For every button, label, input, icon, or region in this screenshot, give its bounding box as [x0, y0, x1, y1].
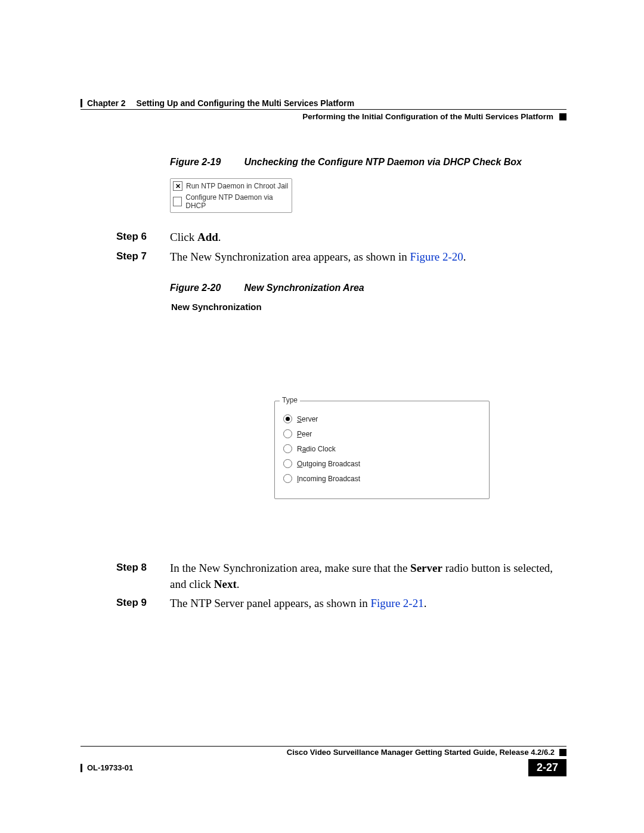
- footer-guide-line: Cisco Video Surveillance Manager Getting…: [80, 746, 566, 757]
- step-9-pre: The NTP Server panel appears, as shown i…: [170, 597, 370, 609]
- step-7-label: Step 7: [116, 249, 170, 265]
- step-8-label: Step 8: [116, 561, 170, 592]
- chapter-label: Chapter 2: [87, 98, 126, 108]
- step-8-post: .: [237, 578, 240, 590]
- step-7-pre: The New Synchronization area appears, as…: [170, 250, 410, 263]
- step-6-bold: Add: [197, 231, 218, 243]
- radio-incoming[interactable]: [283, 474, 292, 483]
- checkbox-chroot[interactable]: [173, 181, 182, 191]
- radio-outgoing-text: utgoing Broadcast: [302, 460, 360, 468]
- step-9-body: The NTP Server panel appears, as shown i…: [170, 596, 566, 612]
- page-number: 2-27: [528, 759, 566, 776]
- radio-peer-row[interactable]: Peer: [283, 429, 483, 438]
- section-marker-icon: [559, 113, 566, 120]
- guide-title: Cisco Video Surveillance Manager Getting…: [287, 748, 555, 757]
- figure-19-panel: Run NTP Daemon in Chroot Jail Configure …: [170, 178, 292, 213]
- radio-radio-clock[interactable]: [283, 444, 292, 453]
- radio-outgoing[interactable]: [283, 459, 292, 468]
- step-8-bold1: Server: [410, 562, 442, 574]
- radio-outgoing-row[interactable]: Outgoing Broadcast: [283, 459, 483, 468]
- step-6-body: Click Add.: [170, 230, 566, 246]
- rc-post: dio Clock: [306, 445, 335, 453]
- figure-21-link[interactable]: Figure 2-21: [370, 597, 423, 609]
- radio-outgoing-label: Outgoing Broadcast: [297, 460, 360, 468]
- rc-pre: R: [297, 445, 302, 453]
- radio-peer-label: Peer: [297, 430, 312, 438]
- chapter-title: Setting Up and Configuring the Multi Ser…: [137, 98, 355, 108]
- step-9: Step 9 The NTP Server panel appears, as …: [116, 596, 566, 612]
- section-title: Performing the Initial Configuration of …: [302, 112, 553, 121]
- checkbox-row-dhcp[interactable]: Configure NTP Daemon via DHCP: [173, 192, 289, 211]
- figure-20-panel: New Synchronization Type Server Peer Rad…: [170, 299, 483, 550]
- radio-server-label: Server: [297, 415, 318, 423]
- step-8-body: In the New Synchronization area, make su…: [170, 561, 566, 592]
- radio-server-text: erver: [302, 415, 318, 423]
- step-8-bold2: Next: [214, 578, 237, 590]
- step-6: Step 6 Click Add.: [116, 230, 566, 246]
- figure-19-title: Unchecking the Configure NTP Daemon via …: [244, 157, 522, 167]
- step-9-post: .: [424, 597, 427, 609]
- figure-20-caption: Figure 2-20 New Synchronization Area: [170, 283, 566, 293]
- footer-marker-icon: [559, 749, 566, 756]
- radio-server[interactable]: [283, 414, 292, 423]
- figure-20-title: New Synchronization Area: [244, 283, 364, 293]
- figure-20-link[interactable]: Figure 2-20: [410, 250, 463, 263]
- checkbox-chroot-label: Run NTP Daemon in Chroot Jail: [186, 182, 288, 190]
- radio-incoming-text: ncoming Broadcast: [299, 475, 360, 483]
- radio-server-row[interactable]: Server: [283, 414, 483, 423]
- step-7: Step 7 The New Synchronization area appe…: [116, 249, 566, 265]
- step-7-body: The New Synchronization area appears, as…: [170, 249, 566, 265]
- figure-19-number: Figure 2-19: [170, 157, 242, 168]
- checkbox-row-chroot[interactable]: Run NTP Daemon in Chroot Jail: [173, 180, 289, 192]
- doc-id: OL-19733-01: [87, 763, 133, 772]
- section-header: Performing the Initial Configuration of …: [80, 112, 566, 121]
- step-8: Step 8 In the New Synchronization area, …: [116, 561, 566, 592]
- step-6-pre: Click: [170, 231, 197, 243]
- chapter-header: Chapter 2 Setting Up and Configuring the…: [80, 98, 566, 110]
- radio-peer[interactable]: [283, 429, 292, 438]
- figure-19-caption: Figure 2-19 Unchecking the Configure NTP…: [170, 157, 566, 168]
- header-bar-icon: [80, 99, 82, 107]
- step-6-post: .: [218, 231, 221, 243]
- footer-bar-icon: [80, 764, 82, 772]
- radio-radio-clock-row[interactable]: Radio Clock: [283, 444, 483, 453]
- new-sync-title: New Synchronization: [170, 299, 483, 318]
- figure-20-number: Figure 2-20: [170, 283, 242, 293]
- checkbox-dhcp-label: Configure NTP Daemon via DHCP: [185, 193, 289, 210]
- step-7-post: .: [463, 250, 466, 263]
- radio-peer-text: eer: [302, 430, 312, 438]
- radio-incoming-label: Incoming Broadcast: [297, 475, 360, 483]
- radio-radio-clock-label: Radio Clock: [297, 445, 336, 453]
- step-8-pre: In the New Synchronization area, make su…: [170, 562, 410, 574]
- type-group: Type Server Peer Radio Clock Outgoing Br…: [274, 401, 490, 499]
- page-footer: Cisco Video Surveillance Manager Getting…: [80, 746, 566, 776]
- radio-incoming-row[interactable]: Incoming Broadcast: [283, 474, 483, 483]
- checkbox-dhcp[interactable]: [173, 197, 182, 206]
- type-legend: Type: [280, 396, 300, 404]
- step-9-label: Step 9: [116, 596, 170, 612]
- footer-bottom-row: OL-19733-01 2-27: [80, 759, 566, 776]
- step-6-label: Step 6: [116, 230, 170, 246]
